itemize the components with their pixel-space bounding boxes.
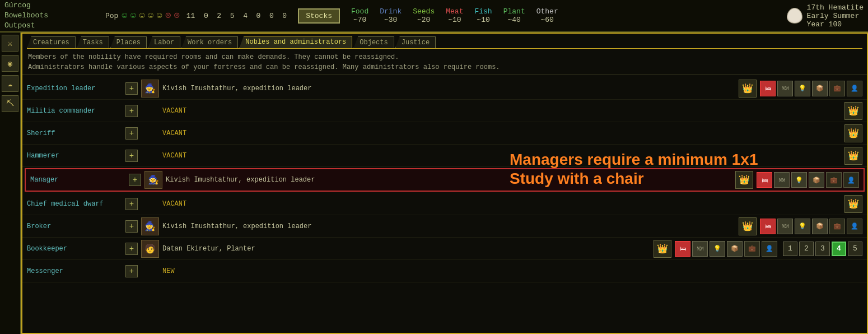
tab-creatures[interactable]: Creatures <box>27 36 76 48</box>
plant-val: ~40 <box>507 16 520 24</box>
person-btn-mgr[interactable]: 👤 <box>843 172 859 188</box>
face-icon-5: ☺ <box>157 11 162 21</box>
case-btn-broker[interactable]: 💼 <box>829 219 845 234</box>
title-manager: Manager <box>30 176 125 184</box>
date-text: 17th Hematite Early Summer Year 100 <box>807 3 864 29</box>
sidebar-icon-pick[interactable]: ⛏ <box>2 95 18 112</box>
crown-expedition-leader[interactable]: 👑 <box>739 80 757 98</box>
meal-btn-1[interactable]: 🍽 <box>777 81 793 96</box>
tab-labor[interactable]: Labor <box>148 36 180 48</box>
add-expedition-leader[interactable]: + <box>125 82 138 95</box>
lamp-btn-broker[interactable]: 💡 <box>795 219 810 234</box>
actions-broker: 🛏 🍽 💡 📦 💼 👤 <box>760 219 862 234</box>
bed-btn-broker[interactable]: 🛏 <box>760 219 776 234</box>
sidebar-icon-eye[interactable]: ◉ <box>2 55 18 72</box>
case-btn-mgr[interactable]: 💼 <box>826 172 842 188</box>
tab-tasks[interactable]: Tasks <box>77 36 109 48</box>
add-bookkeeper[interactable]: + <box>125 243 138 255</box>
fort-info: Gúrcog Bowelboots Outpost <box>4 1 94 31</box>
meat-label: Meat <box>446 7 463 16</box>
add-chief-medical[interactable]: + <box>125 198 138 210</box>
main-content: Creatures Tasks Places Labor Work orders… <box>21 33 868 334</box>
meal-btn-broker[interactable]: 🍽 <box>777 219 793 234</box>
drink-label: Drink <box>380 7 402 16</box>
food-col: Food ~70 <box>351 7 368 24</box>
sidebar-icon-sword[interactable]: ⚔ <box>2 35 18 52</box>
name-bookkeeper: Datan Ekiretur, Planter <box>162 245 650 253</box>
date-line1: 17th Hematite <box>807 3 864 12</box>
box-btn-1[interactable]: 📦 <box>812 81 828 96</box>
other-label: Other <box>536 7 558 16</box>
stocks-button[interactable]: Stocks <box>298 8 340 24</box>
bed-btn-1[interactable]: 🛏 <box>760 81 776 96</box>
num-1[interactable]: 1 <box>783 242 797 256</box>
crown-broker[interactable]: 👑 <box>739 217 757 235</box>
noble-row-chief-medical: Chief medical dwarf + VACANT 👑 <box>22 193 867 215</box>
lamp-btn-1[interactable]: 💡 <box>795 81 810 96</box>
tab-nobles[interactable]: Nobles and administrators <box>239 36 352 48</box>
noble-row-hammerer: Hammerer + VACANT 👑 <box>22 145 867 167</box>
add-sheriff[interactable]: + <box>125 127 138 140</box>
tab-work-orders[interactable]: Work orders <box>181 36 238 48</box>
date-section: 17th Hematite Early Summer Year 100 <box>787 3 864 29</box>
food-label: Food <box>351 7 368 16</box>
title-messenger: Messenger <box>27 267 122 275</box>
face-icon-2: ☺ <box>130 11 136 21</box>
tab-objects[interactable]: Objects <box>353 36 394 48</box>
add-broker[interactable]: + <box>125 220 138 233</box>
vacant-sheriff: VACANT <box>162 129 841 137</box>
case-btn-1[interactable]: 💼 <box>829 81 845 96</box>
add-manager[interactable]: + <box>129 174 141 186</box>
person-btn-1[interactable]: 👤 <box>847 81 862 96</box>
face-icon-3: ☺ <box>139 11 145 21</box>
crown-militia-commander[interactable]: 👑 <box>844 102 862 120</box>
box-btn-book[interactable]: 📦 <box>727 241 743 257</box>
num-3[interactable]: 3 <box>815 242 830 256</box>
meal-btn-mgr[interactable]: 🍽 <box>774 172 790 188</box>
tabs: Creatures Tasks Places Labor Work orders… <box>22 34 867 48</box>
date-line2: Early Summer <box>807 12 864 20</box>
fort-name: Gúrcog <box>4 1 94 11</box>
nobles-table: Expedition leader + 🧙 Kivish Imushtathur… <box>22 75 867 333</box>
vacant-militia-commander: VACANT <box>162 107 841 115</box>
title-chief-medical: Chief medical dwarf <box>27 200 122 208</box>
person-btn-book[interactable]: 👤 <box>762 241 777 257</box>
add-messenger[interactable]: + <box>125 265 138 277</box>
num-5[interactable]: 5 <box>848 242 862 256</box>
actions-manager: 🛏 🍽 💡 📦 💼 👤 <box>757 172 859 188</box>
noble-row-sheriff: Sheriff + VACANT 👑 <box>22 122 867 145</box>
num-4[interactable]: 4 <box>832 242 846 256</box>
title-militia-commander: Militia commander <box>27 107 122 115</box>
vacant-hammerer: VACANT <box>162 152 841 160</box>
meal-btn-book[interactable]: 🍽 <box>692 241 708 257</box>
other-val: ~60 <box>540 16 553 24</box>
crown-sheriff[interactable]: 👑 <box>844 124 862 142</box>
crown-manager[interactable]: 👑 <box>735 171 753 189</box>
case-btn-book[interactable]: 💼 <box>744 241 760 257</box>
portrait-expedition-leader: 🧙 <box>141 80 159 98</box>
crown-bookkeeper[interactable]: 👑 <box>654 240 671 258</box>
portrait-manager: 🧙 <box>144 171 162 189</box>
lamp-btn-mgr[interactable]: 💡 <box>791 172 807 188</box>
noble-row-manager: Manager + 🧙 Kivish Imushtathur, expediti… <box>25 168 865 192</box>
person-btn-broker[interactable]: 👤 <box>847 219 862 234</box>
crown-chief-medical[interactable]: 👑 <box>844 195 862 213</box>
crown-hammerer[interactable]: 👑 <box>844 147 862 165</box>
bed-btn-book[interactable]: 🛏 <box>675 241 690 257</box>
tab-justice[interactable]: Justice <box>395 36 436 48</box>
seeds-label: Seeds <box>413 7 435 16</box>
add-militia-commander[interactable]: + <box>125 105 138 117</box>
title-expedition-leader: Expedition leader <box>27 85 122 92</box>
lamp-btn-book[interactable]: 💡 <box>710 241 725 257</box>
bed-btn-mgr[interactable]: 🛏 <box>757 172 772 188</box>
sidebar-icon-cloud[interactable]: ☁ <box>2 75 18 92</box>
portrait-bookkeeper: 🧑 <box>141 240 159 258</box>
num-2[interactable]: 2 <box>799 242 814 256</box>
tab-places[interactable]: Places <box>110 36 147 48</box>
population-section: Pop ☺ ☺ ☺ ☺ ☺ ☹ ☹ 11 0 2 5 4 0 0 0 <box>105 10 287 21</box>
face-icon-4: ☺ <box>148 11 153 21</box>
add-hammerer[interactable]: + <box>125 150 138 162</box>
box-btn-mgr[interactable]: 📦 <box>809 172 824 188</box>
box-btn-broker[interactable]: 📦 <box>812 219 828 234</box>
title-hammerer: Hammerer <box>27 152 122 160</box>
